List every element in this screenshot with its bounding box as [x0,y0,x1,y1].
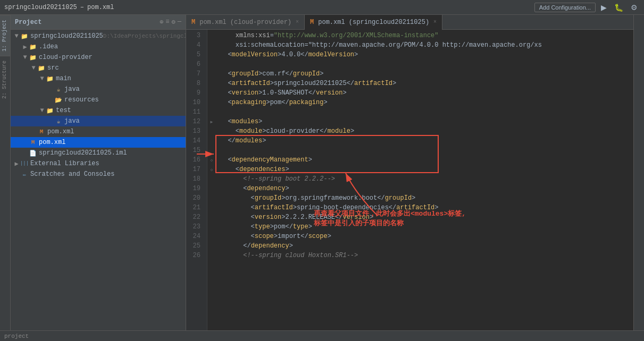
code-comment: <!--spring boot 2.2.2--> [220,174,335,184]
bottom-bar-label: project [4,333,29,339]
line-number-17: 17 [186,165,204,174]
panel-settings-icon[interactable]: ≡ [165,18,169,26]
editor-area: Mpom.xml (cloud-provider)×Mpom.xml (spri… [186,15,633,330]
gutter-marker-12: ▶ [207,117,216,126]
line-number-23: 23 [186,222,204,232]
tree-icon-pom2: M [29,138,37,147]
tab-label-tab2: pom.xml (springcloud20211025) [318,19,429,26]
line-number-4: 4 [186,40,204,50]
code-line-12: <modules> [220,117,629,126]
sidebar-tab-structure[interactable]: 2: Structure [0,56,10,103]
line-number-14: 14 [186,136,204,146]
tree-item-cloud-provider[interactable]: ▼📁cloud-provider [11,52,186,63]
code-line-7: <groupId>com.rf</groupId> [220,69,629,79]
side-tabs: 1: Project 2: Structure [0,15,11,330]
tree-arrow: ▼ [30,64,37,72]
code-line-5: <modelVersion>4.0.0</modelVersion> [220,50,629,59]
gutter-marker-25 [207,241,216,251]
tree-icon-scratches: ✏ [20,170,29,178]
line-number-10: 10 [186,98,204,107]
tree-item-root[interactable]: ▼📁springcloud20211025 D:\IdeaProjects\sp… [11,31,186,41]
code-line-14: </modules> [220,136,629,146]
line-number-16: 16 [186,155,204,165]
tree-item-src[interactable]: ▼📁src [11,63,186,73]
tree-label-pom2: pom.xml [39,139,65,146]
panel-locate-icon[interactable]: ⊕ [160,18,163,26]
panel-minimize-icon[interactable]: — [178,18,181,26]
tree-icon-test: 📁 [46,106,54,115]
tree-item-resources[interactable]: 📂resources [11,95,186,105]
tab-icon-tab1: M [191,19,195,26]
tab-label-tab1: pom.xml (cloud-provider) [199,19,291,26]
tree-item-test-java[interactable]: ☕java [11,116,186,126]
line-number-22: 22 [186,212,204,222]
project-panel: Project ⊕ ≡ ⚙ — ▼📁springcloud20211025 D:… [11,15,186,330]
gutter-marker-9 [207,88,216,98]
code-line-18: <!--spring boot 2.2.2--> [220,174,629,184]
tree-arrow: ▼ [13,32,20,40]
code-line-15 [220,146,629,155]
tab-icon-tab2: M [310,19,314,26]
tab-close-tab1[interactable]: × [296,19,299,25]
gutter-marker-16: ◇ [207,155,216,165]
gutter-marker-18 [207,174,216,184]
tree-item-pom1[interactable]: Mpom.xml [11,126,186,137]
gutter-marker-20 [207,193,216,203]
line-number-21: 21 [186,203,204,212]
tree-item-scratches[interactable]: ✏Scratches and Consoles [11,169,186,180]
tree-item-pom2[interactable]: Mpom.xml [11,137,186,148]
tree-item-idea[interactable]: ▶📁.idea [11,41,186,52]
tree-icon-root: 📁 [20,32,29,40]
line-number-9: 9 [186,88,204,98]
gutter-marker-17: ◇ [207,165,216,174]
tree-icon-pom1: M [37,127,46,136]
debug-button[interactable]: 🐛 [612,2,625,13]
tree-arrow: ▼ [38,107,46,114]
add-config-button[interactable]: Add Configuration... [534,3,596,12]
code-line-20: <groupId>org.springframework.boot</group… [220,193,629,203]
tree-item-java[interactable]: ☕java [11,84,186,95]
tab-tab1[interactable]: Mpom.xml (cloud-provider)× [186,15,305,30]
tree-item-main[interactable]: ▼📁main [11,73,186,84]
line-number-8: 8 [186,79,204,88]
gutter-marker-6 [207,59,216,69]
tab-bar: Mpom.xml (cloud-provider)×Mpom.xml (spri… [186,15,633,30]
gutter-marker-10 [207,98,216,107]
tree-label-resources: resources [64,96,99,104]
tree-item-ext-libs[interactable]: ▶|||External Libraries [11,158,186,169]
code-area[interactable]: xmlns:xsi="http://www.w3.org/2001/XMLSch… [216,30,633,330]
code-line-16: <dependencyManagement> [220,155,629,165]
code-line-19: <dependency> [220,184,629,193]
tree-label-root: springcloud20211025 [30,32,103,40]
title-separator: – [80,4,84,11]
gutter-marker-24 [207,232,216,241]
tree-item-test[interactable]: ▼📁test [11,105,186,116]
line-number-7: 7 [186,69,204,79]
code-comment: <!--spring cloud Hoxton.SR1--> [220,251,358,260]
gutter: ▶◇◇ [207,30,216,330]
line-number-5: 5 [186,50,204,59]
code-line-8: <artifactId>springcloud20211025</artifac… [220,79,629,88]
tree-label-test-java: java [64,117,80,125]
tab-close-tab2[interactable]: × [433,19,437,25]
tree-label-idea: .idea [39,43,58,50]
code-line-11 [220,107,629,117]
code-line-23: <type>pom</type> [220,222,629,232]
tree-label-pom1: pom.xml [47,128,74,135]
tree-arrow: ▶ [21,43,29,51]
panel-header: Project ⊕ ≡ ⚙ — [11,15,186,30]
panel-gear-icon[interactable]: ⚙ [172,18,175,26]
run-button[interactable]: ▶ [599,2,609,13]
title-right: Add Configuration... ▶ 🐛 ⚙ [534,2,640,13]
tree-icon-main: 📁 [46,74,54,83]
tree-item-iml[interactable]: 📄springcloud20211025.iml [11,148,186,158]
more-button[interactable]: ⚙ [629,2,640,13]
sidebar-tab-project[interactable]: 1: Project [0,15,10,56]
gutter-marker-7 [207,69,216,79]
line-number-13: 13 [186,126,204,136]
tab-tab2[interactable]: Mpom.xml (springcloud20211025)× [305,15,442,30]
tree-arrow: ▼ [21,54,29,61]
gutter-marker-26 [207,251,216,260]
code-line-9: <version>1.0-SNAPSHOT</version> [220,88,629,98]
panel-title: Project [15,19,41,26]
